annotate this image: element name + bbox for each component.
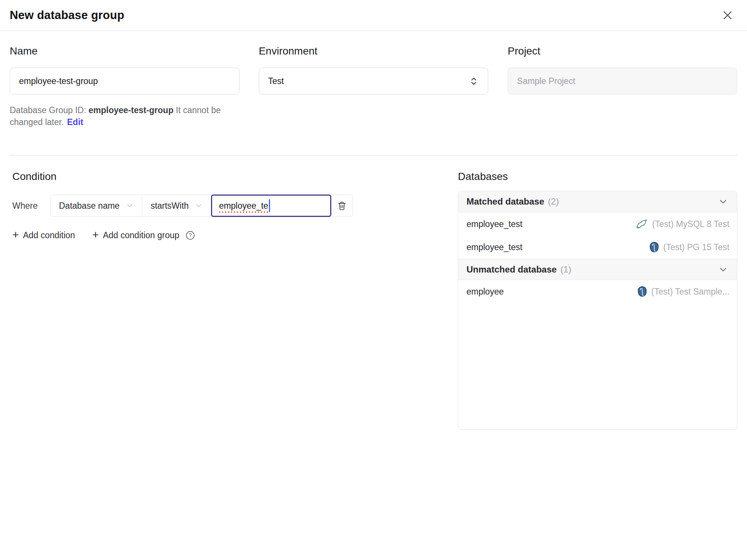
- add-condition-group-label: Add condition group: [103, 230, 179, 240]
- project-value: Sample Project: [517, 76, 575, 86]
- where-label: Where: [12, 201, 38, 211]
- trash-icon: [337, 201, 347, 211]
- delete-condition-button[interactable]: [331, 195, 353, 217]
- database-name: employee_test: [467, 242, 523, 252]
- add-condition-group-button[interactable]: + Add condition group: [92, 230, 179, 240]
- project-label: Project: [508, 45, 737, 57]
- database-instance-label: (Test) MySQL 8 Test: [652, 219, 729, 229]
- condition-value-text: employee_te: [219, 201, 268, 211]
- chevron-down-icon: [125, 202, 134, 210]
- matched-title: Matched database: [467, 196, 544, 207]
- database-row: employee_test (Test) MySQL 8 Test: [458, 212, 737, 236]
- new-database-group-dialog: New database group Name Database Group I…: [0, 0, 747, 430]
- condition-control: Database name startsWith employee_te: [50, 195, 353, 217]
- database-row: employee_test (Test) PG 15 Test: [458, 236, 737, 259]
- question-circle-icon: ?: [185, 230, 195, 240]
- close-icon: [722, 9, 734, 21]
- condition-operator-value: startsWith: [151, 201, 189, 211]
- database-name: employee: [467, 287, 504, 297]
- id-note-prefix: Database Group ID:: [10, 105, 89, 115]
- databases-panel: Matched database (2) employee_test (Test…: [458, 191, 737, 430]
- group-id-value: employee-test-group: [89, 105, 173, 115]
- database-instance: (Test) Test Sample...: [637, 286, 729, 298]
- database-name: employee_test: [467, 219, 523, 229]
- unmatched-title: Unmatched database: [467, 264, 557, 275]
- matched-count: (2): [548, 196, 559, 207]
- plus-icon: +: [12, 229, 19, 240]
- databases-heading: Databases: [458, 171, 737, 183]
- edit-link[interactable]: Edit: [67, 117, 83, 127]
- database-instance-label: (Test) PG 15 Test: [663, 242, 729, 252]
- plus-icon: +: [92, 229, 99, 240]
- add-condition-button[interactable]: + Add condition: [12, 230, 75, 240]
- mysql-dolphin-icon: [636, 219, 648, 229]
- unmatched-count: (1): [560, 264, 571, 275]
- databases-section: Databases Matched database (2) employee_…: [458, 171, 737, 430]
- environment-field-group: Environment Test: [259, 45, 489, 94]
- condition-field-value: Database name: [59, 201, 120, 211]
- text-caret: [269, 199, 270, 212]
- name-label: Name: [10, 45, 239, 57]
- name-input[interactable]: [10, 68, 239, 94]
- chevron-down-icon: [717, 264, 729, 275]
- postgres-elephant-icon: [637, 286, 648, 298]
- environment-label: Environment: [259, 45, 489, 57]
- dialog-title: New database group: [10, 9, 124, 22]
- project-input: Sample Project: [508, 68, 737, 94]
- close-button[interactable]: [719, 7, 736, 24]
- chevron-down-icon: [195, 202, 203, 210]
- condition-value-input[interactable]: employee_te: [211, 195, 331, 217]
- database-instance: (Test) PG 15 Test: [649, 242, 729, 253]
- condition-actions: + Add condition + Add condition group ?: [12, 230, 443, 240]
- condition-section: Condition Where Database name startsWith…: [10, 171, 443, 240]
- name-field-group: Name Database Group ID: employee-test-gr…: [10, 45, 239, 128]
- condition-operator-dropdown[interactable]: startsWith: [142, 195, 211, 217]
- add-condition-label: Add condition: [23, 230, 75, 240]
- postgres-elephant-icon: [649, 242, 660, 253]
- condition-row: Where Database name startsWith employee_…: [12, 195, 443, 217]
- group-id-note: Database Group ID: employee-test-group I…: [10, 104, 239, 128]
- condition-heading: Condition: [12, 171, 443, 183]
- database-instance-label: (Test) Test Sample...: [651, 287, 729, 297]
- condition-field-dropdown[interactable]: Database name: [51, 195, 142, 217]
- environment-select[interactable]: Test: [259, 68, 489, 94]
- unmatched-database-header[interactable]: Unmatched database (1): [458, 259, 737, 280]
- dialog-header: New database group: [0, 0, 747, 31]
- up-down-chevron-icon: [469, 76, 479, 86]
- main-area: Condition Where Database name startsWith…: [0, 156, 747, 430]
- group-form: Name Database Group ID: employee-test-gr…: [0, 31, 747, 128]
- project-field-group: Project Sample Project: [508, 45, 737, 94]
- environment-value: Test: [268, 76, 284, 86]
- chevron-down-icon: [717, 196, 729, 207]
- database-row: employee (Test) Test Sample...: [458, 280, 737, 303]
- database-instance: (Test) MySQL 8 Test: [636, 219, 729, 229]
- svg-text:?: ?: [189, 232, 192, 238]
- help-button[interactable]: ?: [185, 230, 195, 240]
- matched-database-header[interactable]: Matched database (2): [458, 191, 737, 212]
